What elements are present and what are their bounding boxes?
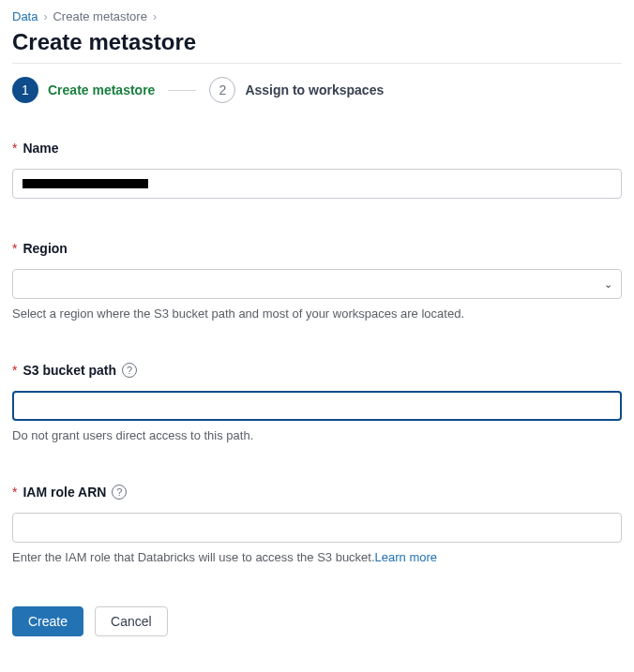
name-label-text: Name bbox=[23, 141, 58, 156]
help-icon[interactable]: ? bbox=[122, 363, 137, 378]
region-select[interactable] bbox=[12, 269, 622, 299]
s3-path-label: * S3 bucket path ? bbox=[12, 363, 622, 378]
help-icon[interactable]: ? bbox=[112, 485, 127, 500]
step-connector bbox=[168, 90, 196, 91]
region-label-text: Region bbox=[23, 241, 67, 256]
s3-path-input[interactable] bbox=[12, 391, 622, 421]
region-label: * Region bbox=[12, 241, 622, 256]
name-input[interactable] bbox=[12, 169, 622, 199]
required-marker: * bbox=[12, 141, 17, 156]
iam-role-input[interactable] bbox=[12, 513, 622, 543]
chevron-right-icon: › bbox=[43, 10, 47, 23]
required-marker: * bbox=[12, 485, 17, 500]
iam-role-group: * IAM role ARN ? Enter the IAM role that… bbox=[12, 485, 622, 564]
breadcrumb-root[interactable]: Data bbox=[12, 9, 38, 23]
chevron-right-icon: › bbox=[153, 10, 157, 23]
stepper: 1 Create metastore 2 Assign to workspace… bbox=[12, 77, 622, 103]
iam-role-label-text: IAM role ARN bbox=[23, 485, 106, 500]
step-1-label: Create metastore bbox=[48, 82, 155, 97]
cancel-button[interactable]: Cancel bbox=[95, 606, 168, 636]
step-1-number: 1 bbox=[12, 77, 38, 103]
iam-role-help-text: Enter the IAM role that Databricks will … bbox=[12, 550, 375, 564]
required-marker: * bbox=[12, 363, 17, 378]
create-button[interactable]: Create bbox=[12, 606, 83, 636]
s3-path-help: Do not grant users direct access to this… bbox=[12, 428, 622, 442]
s3-path-label-text: S3 bucket path bbox=[23, 363, 116, 378]
iam-role-label: * IAM role ARN ? bbox=[12, 485, 622, 500]
step-2-label: Assign to workspaces bbox=[245, 82, 384, 97]
breadcrumb-current: Create metastore bbox=[53, 9, 146, 23]
divider bbox=[12, 63, 622, 64]
step-2-number: 2 bbox=[209, 77, 235, 103]
name-group: * Name bbox=[12, 141, 622, 199]
region-help: Select a region where the S3 bucket path… bbox=[12, 306, 622, 321]
iam-role-help: Enter the IAM role that Databricks will … bbox=[12, 550, 622, 564]
s3-path-group: * S3 bucket path ? Do not grant users di… bbox=[12, 363, 622, 442]
page-title: Create metastore bbox=[12, 29, 622, 55]
step-1[interactable]: 1 Create metastore bbox=[12, 77, 155, 103]
learn-more-link[interactable]: Learn more bbox=[375, 550, 437, 564]
required-marker: * bbox=[12, 241, 17, 256]
button-row: Create Cancel bbox=[12, 606, 622, 636]
region-group: * Region ⌄ Select a region where the S3 … bbox=[12, 241, 622, 321]
name-label: * Name bbox=[12, 141, 622, 156]
breadcrumb: Data › Create metastore › bbox=[12, 9, 622, 23]
step-2[interactable]: 2 Assign to workspaces bbox=[209, 77, 384, 103]
